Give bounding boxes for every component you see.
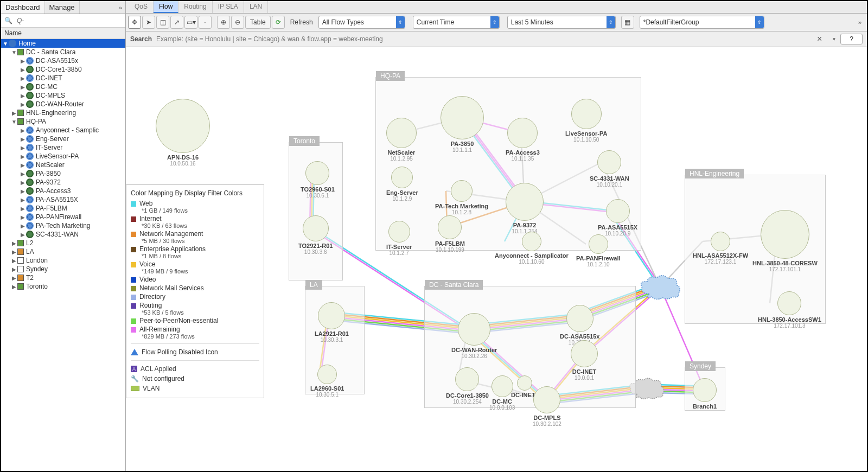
topology-node[interactable]: LiveSensor-PA10.1.10.50 bbox=[565, 99, 607, 143]
sidebar: Dashboard Manage » 🔍 Name ▼ Home ▼DC - S… bbox=[1, 1, 126, 471]
tree-item[interactable]: ▶T2 bbox=[1, 273, 125, 282]
tree-item[interactable]: ▶PA-F5LBM bbox=[1, 204, 125, 213]
topology-node[interactable]: APN-DS-1610.0.50.16 bbox=[156, 99, 210, 167]
expand-toolbar[interactable]: » bbox=[855, 19, 865, 25]
search-dropdown[interactable]: ▼ bbox=[827, 37, 840, 42]
topology-node[interactable]: TO2921-R0110.30.3.6 bbox=[298, 215, 333, 255]
layout-menu[interactable]: ▭▾ bbox=[184, 16, 197, 29]
topology-node[interactable]: LA2960-S0110.30.5.1 bbox=[310, 365, 344, 398]
topology-node[interactable]: HNL-ASA5512X-FW172.17.123.1 bbox=[693, 232, 748, 265]
select-flow-types[interactable]: All Flow Types⇳ bbox=[318, 16, 405, 29]
top-tab-lan[interactable]: LAN bbox=[244, 1, 268, 13]
top-tab-ip-sla[interactable]: IP SLA bbox=[213, 1, 244, 13]
tree-item[interactable]: ▼DC - Santa Clara bbox=[1, 48, 125, 56]
topology-node[interactable]: DC-WAN-Router10.30.2.26 bbox=[451, 313, 497, 359]
topology-node[interactable]: DC-ASA5515x10.30.2.1 bbox=[560, 305, 599, 346]
zoom-out[interactable]: ⊖ bbox=[231, 16, 244, 29]
search-input[interactable] bbox=[156, 35, 812, 43]
topology-node[interactable]: DC-Core1-385010.30.2.254 bbox=[446, 367, 489, 405]
tree-item[interactable]: ▶DC-Core1-3850 bbox=[1, 65, 125, 74]
select-filter-group[interactable]: *DefaultFilterGroup⇳ bbox=[640, 16, 764, 29]
zoom-in[interactable]: ⊕ bbox=[217, 16, 230, 29]
topology-node[interactable]: IT-Server10.1.2.7 bbox=[386, 221, 412, 256]
tree-item[interactable]: ▶NetScaler bbox=[1, 161, 125, 169]
tree-item[interactable]: ▶PA-9372 bbox=[1, 178, 125, 187]
legend-flow-disabled: Flow Polling Disabled Icon bbox=[131, 347, 259, 357]
tree-item[interactable]: ▶PA-PANFirewall bbox=[1, 213, 125, 221]
topology-node[interactable]: PA-Tech Marketing10.1.2.8 bbox=[435, 180, 488, 215]
clear-search[interactable]: × bbox=[812, 34, 827, 44]
filter-icon[interactable]: ▦ bbox=[621, 16, 634, 29]
select-range[interactable]: Last 5 Minutes⇳ bbox=[507, 16, 616, 29]
sidebar-search-input[interactable] bbox=[15, 15, 124, 26]
tree-item[interactable]: ▶Eng-Server bbox=[1, 135, 125, 143]
topology-node[interactable]: LA2921-R0110.30.3.1 bbox=[315, 302, 349, 343]
tab-dashboard[interactable]: Dashboard bbox=[1, 1, 45, 14]
tree-item[interactable]: ▶LiveSensor-PA bbox=[1, 152, 125, 161]
link-tool[interactable]: ↗ bbox=[170, 16, 183, 29]
tree-item[interactable]: ▶PA-3850 bbox=[1, 169, 125, 178]
globe-icon bbox=[26, 126, 34, 134]
pointer-tool[interactable]: ➤ bbox=[142, 16, 155, 29]
tree-item[interactable]: ▶SC-4331-WAN bbox=[1, 230, 125, 239]
topology-node[interactable]: Eng-Server10.1.2.9 bbox=[386, 167, 418, 202]
site-label: LA bbox=[305, 280, 322, 290]
legend-notconf: 🔧 Not configured bbox=[131, 374, 259, 384]
topology-node[interactable]: PA-F5LBM10.1.10.199 bbox=[435, 215, 465, 253]
topology-node[interactable]: PA-937210.1.1.254 bbox=[506, 183, 544, 234]
topology-node[interactable]: HNL-3850-48-CORESW172.17.101.1 bbox=[752, 210, 818, 272]
tree-item[interactable]: ▼HQ-PA bbox=[1, 117, 125, 126]
tree-home[interactable]: ▼ Home bbox=[1, 39, 125, 48]
tree-item[interactable]: ▶DC-MPLS bbox=[1, 91, 125, 100]
top-tab-flow[interactable]: Flow bbox=[154, 1, 178, 13]
tab-manage[interactable]: Manage bbox=[45, 1, 80, 14]
topology-canvas[interactable]: Color Mapping By Display Filter Colors W… bbox=[126, 47, 867, 471]
tree-item[interactable]: ▶PA-Access3 bbox=[1, 187, 125, 195]
tree-item[interactable]: ▶PA-ASA5515X bbox=[1, 195, 125, 204]
tree-item[interactable]: ▶Anyconnect - Samplic bbox=[1, 126, 125, 135]
topology-node[interactable]: DC-INET10.0.0.1 bbox=[571, 340, 598, 381]
tree-item[interactable]: ▶London bbox=[1, 256, 125, 265]
topology-node[interactable]: PA-385010.1.1.1 bbox=[441, 96, 484, 153]
tree-item[interactable]: ▶DC-ASA5515x bbox=[1, 56, 125, 65]
tree-item[interactable]: ▶DC-INET bbox=[1, 74, 125, 82]
tree-item[interactable]: ▶PA-Tech Marketing bbox=[1, 221, 125, 230]
refresh-icon[interactable]: ⟳ bbox=[272, 16, 285, 29]
tree-item[interactable]: ▶DC-MC bbox=[1, 82, 125, 91]
toolbar: ✥ ➤ ◫ ↗ ▭▾ · ⊕ ⊖ Table ⟳ Refresh All Flo… bbox=[126, 14, 867, 31]
topology-node[interactable]: Branch1 bbox=[693, 378, 717, 410]
topology-node[interactable]: TO2960-S0110.30.6.1 bbox=[301, 161, 335, 199]
collapse-sidebar[interactable]: » bbox=[116, 4, 125, 11]
topology-node[interactable]: HNL-3850-AccessSW1172.17.101.3 bbox=[758, 291, 821, 329]
topology-node[interactable]: NetScaler10.1.2.95 bbox=[386, 118, 417, 162]
select-time[interactable]: Current Time⇳ bbox=[413, 16, 500, 29]
tree-item[interactable]: ▶IT-Server bbox=[1, 143, 125, 152]
tree-item[interactable]: ▶HNL-Engineering bbox=[1, 109, 125, 117]
tree-item[interactable]: ▶DC-WAN-Router bbox=[1, 100, 125, 109]
tree-item[interactable]: ▶Syndey bbox=[1, 265, 125, 273]
pan-tool[interactable]: ✥ bbox=[128, 16, 141, 29]
top-tab-qos[interactable]: QoS bbox=[129, 1, 154, 13]
legend-item: Directory bbox=[131, 292, 259, 301]
search-help[interactable]: ? bbox=[840, 34, 863, 44]
topology-node[interactable]: PA-PANFirewall10.1.2.10 bbox=[576, 234, 621, 267]
save-layout[interactable]: · bbox=[199, 16, 212, 29]
topology-node[interactable]: Anyconnect - Samplicator10.1.10.60 bbox=[495, 232, 569, 265]
refresh-label[interactable]: Refresh bbox=[286, 16, 317, 29]
globe-icon bbox=[26, 144, 34, 151]
topology-node[interactable]: PA-ASA5515X10.10.20.9 bbox=[598, 199, 637, 237]
acl-icon: A bbox=[131, 366, 137, 372]
select-tool[interactable]: ◫ bbox=[156, 16, 169, 29]
cloud-internet[interactable] bbox=[639, 272, 682, 302]
table-button[interactable]: Table bbox=[245, 16, 271, 29]
topology-node[interactable]: SC-4331-WAN10.10.20.1 bbox=[590, 150, 629, 188]
tree-item[interactable]: ▶LA bbox=[1, 247, 125, 256]
globe-icon bbox=[26, 222, 34, 229]
legend-item: Internet*30 KB / 63 flows bbox=[131, 214, 259, 229]
topology-node[interactable]: DC-MPLS10.30.2.102 bbox=[533, 386, 561, 427]
site-label: HQ-PA bbox=[376, 71, 405, 81]
topology-node[interactable]: PA-Access310.1.1.35 bbox=[506, 118, 540, 162]
tree-item[interactable]: ▶Toronto bbox=[1, 282, 125, 291]
top-tab-routing[interactable]: Routing bbox=[178, 1, 212, 13]
tree-item[interactable]: ▶L2 bbox=[1, 239, 125, 247]
